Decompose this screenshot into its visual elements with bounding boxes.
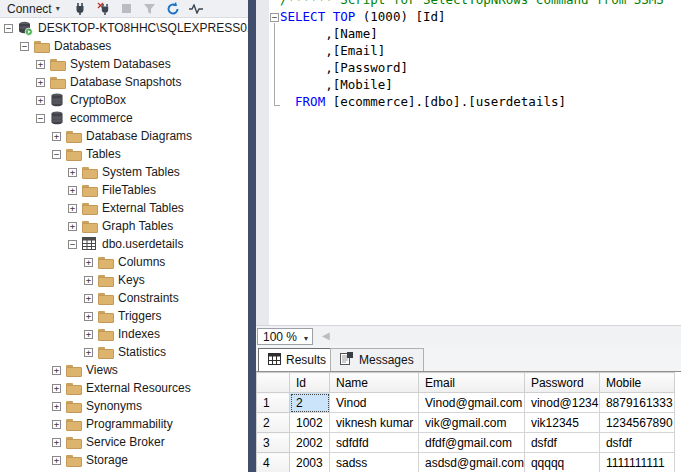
grid-row-header[interactable]: 4 — [257, 453, 290, 472]
connect-plug-icon[interactable] — [74, 2, 88, 16]
tree-item-constraints[interactable]: +Constraints — [0, 289, 248, 307]
results-grid[interactable]: IdNameEmailPasswordMobile12VinodVinod@gm… — [256, 371, 681, 472]
grid-cell[interactable]: Vinod — [330, 393, 419, 413]
tree-item-indexes[interactable]: +Indexes — [0, 325, 248, 343]
tree-item-database-snapshots[interactable]: +Database Snapshots — [0, 73, 248, 91]
sql-code[interactable]: /****** Script for SelectTopNRows comman… — [280, 0, 681, 110]
grid-cell[interactable]: dsfdf — [524, 433, 599, 453]
tree-item-dbo-userdetails[interactable]: −dbo.userdetails — [0, 235, 248, 253]
grid-cell[interactable]: viknesh kumar — [330, 413, 419, 433]
grid-cell[interactable]: vik12345 — [524, 413, 599, 433]
tree-item-views[interactable]: +Views — [0, 361, 248, 379]
grid-cell[interactable]: vik@gmail.com — [419, 413, 525, 433]
sql-code-line[interactable]: ,[Mobile] — [280, 76, 681, 93]
fold-collapse-toggle-icon[interactable]: − — [270, 13, 279, 22]
expand-toggle-icon[interactable]: + — [52, 384, 61, 393]
collapse-toggle-icon[interactable]: − — [52, 150, 61, 159]
sql-editor[interactable]: /****** Script for SelectTopNRows comman… — [256, 0, 681, 325]
tree-item-synonyms[interactable]: +Synonyms — [0, 397, 248, 415]
tree-item-graph-tables[interactable]: +Graph Tables — [0, 217, 248, 235]
sql-code-line[interactable]: SELECT TOP (1000) [Id] — [280, 8, 681, 25]
grid-row-header[interactable]: 2 — [257, 413, 290, 433]
grid-cell[interactable]: 2003 — [290, 453, 330, 472]
scrollbar-left-arrow-icon[interactable]: ◀ — [322, 330, 330, 341]
disconnect-plug-icon[interactable] — [97, 2, 111, 16]
grid-cell[interactable]: 1111111111 — [599, 453, 674, 472]
expand-toggle-icon[interactable]: + — [68, 222, 77, 231]
expand-toggle-icon[interactable]: + — [52, 456, 61, 465]
grid-cell-selected[interactable]: 2 — [290, 393, 330, 413]
activity-monitor-icon[interactable] — [189, 2, 203, 16]
panel-splitter[interactable] — [248, 0, 256, 472]
tree-item-desktop-kto8hhc-sqlexpress01-s[interactable]: −DESKTOP-KTO8HHC\SQLEXPRESS01 (S — [0, 19, 248, 37]
expand-toggle-icon[interactable]: + — [68, 204, 77, 213]
tree-item-external-tables[interactable]: +External Tables — [0, 199, 248, 217]
refresh-icon[interactable] — [166, 2, 180, 16]
tree-item-columns[interactable]: +Columns — [0, 253, 248, 271]
tree-item-tables[interactable]: −Tables — [0, 145, 248, 163]
collapse-toggle-icon[interactable]: − — [68, 240, 77, 249]
grid-cell[interactable]: 2002 — [290, 433, 330, 453]
expand-toggle-icon[interactable]: + — [68, 168, 77, 177]
sql-code-line[interactable]: /****** Script for SelectTopNRows comman… — [280, 0, 681, 8]
grid-column-header-email[interactable]: Email — [419, 373, 525, 393]
expand-toggle-icon[interactable]: + — [84, 348, 93, 357]
tree-item-statistics[interactable]: +Statistics — [0, 343, 248, 361]
grid-cell[interactable]: 8879161333 — [599, 393, 674, 413]
grid-cell[interactable]: qqqqq — [524, 453, 599, 472]
tree-item-system-tables[interactable]: +System Tables — [0, 163, 248, 181]
tree-item-database-diagrams[interactable]: +Database Diagrams — [0, 127, 248, 145]
grid-cell[interactable]: asdsd@gmail.com — [419, 453, 525, 472]
grid-cell[interactable]: dsfdf — [599, 433, 674, 453]
tree-item-service-broker[interactable]: +Service Broker — [0, 433, 248, 451]
expand-toggle-icon[interactable]: + — [52, 402, 61, 411]
tree-item-cryptobox[interactable]: +CryptoBox — [0, 91, 248, 109]
expand-toggle-icon[interactable]: + — [36, 96, 45, 105]
tree-item-ecommerce[interactable]: −ecommerce — [0, 109, 248, 127]
sql-code-line[interactable]: ,[Name] — [280, 25, 681, 42]
tree-item-filetables[interactable]: +FileTables — [0, 181, 248, 199]
sql-code-line[interactable]: FROM [ecommerce].[dbo].[userdetails] — [280, 93, 681, 110]
tab-results[interactable]: Results — [258, 348, 336, 371]
grid-column-header-id[interactable]: Id — [290, 373, 330, 393]
expand-toggle-icon[interactable]: + — [52, 420, 61, 429]
collapse-toggle-icon[interactable]: − — [20, 42, 29, 51]
tree-item-system-databases[interactable]: +System Databases — [0, 55, 248, 73]
grid-cell[interactable]: 1234567890 — [599, 413, 674, 433]
tab-messages[interactable]: Messages — [330, 348, 424, 371]
expand-toggle-icon[interactable]: + — [36, 78, 45, 87]
zoom-level-select[interactable]: 100 % ▾ — [257, 328, 313, 345]
grid-row-header[interactable]: 3 — [257, 433, 290, 453]
expand-toggle-icon[interactable]: + — [68, 186, 77, 195]
collapse-toggle-icon[interactable]: − — [4, 24, 13, 33]
tree-item-databases[interactable]: −Databases — [0, 37, 248, 55]
expand-toggle-icon[interactable]: + — [84, 294, 93, 303]
expand-toggle-icon[interactable]: + — [52, 132, 61, 141]
tree-item-triggers[interactable]: +Triggers — [0, 307, 248, 325]
expand-toggle-icon[interactable]: + — [84, 258, 93, 267]
connect-button[interactable]: Connect ▾ — [3, 2, 64, 16]
tree-item-storage[interactable]: +Storage — [0, 451, 248, 469]
sql-code-line[interactable]: ,[Email] — [280, 42, 681, 59]
expand-toggle-icon[interactable]: + — [84, 330, 93, 339]
expand-toggle-icon[interactable]: + — [84, 312, 93, 321]
collapse-toggle-icon[interactable]: − — [36, 114, 45, 123]
grid-row-header[interactable]: 1 — [257, 393, 290, 413]
tree-item-programmability[interactable]: +Programmability — [0, 415, 248, 433]
grid-cell[interactable]: sadss — [330, 453, 419, 472]
grid-column-header-password[interactable]: Password — [524, 373, 599, 393]
grid-cell[interactable]: vinod@1234 — [524, 393, 599, 413]
grid-cell[interactable]: dfdf@gmail.com — [419, 433, 525, 453]
sql-code-line[interactable]: ,[Password] — [280, 59, 681, 76]
expand-toggle-icon[interactable]: + — [52, 438, 61, 447]
tree-item-keys[interactable]: +Keys — [0, 271, 248, 289]
grid-corner-header[interactable] — [257, 373, 290, 393]
expand-toggle-icon[interactable]: + — [36, 60, 45, 69]
expand-toggle-icon[interactable]: + — [84, 276, 93, 285]
tree-item-external-resources[interactable]: +External Resources — [0, 379, 248, 397]
grid-cell[interactable]: Vinod@gmail.com — [419, 393, 525, 413]
grid-column-header-mobile[interactable]: Mobile — [599, 373, 674, 393]
grid-cell[interactable]: 1002 — [290, 413, 330, 433]
grid-column-header-name[interactable]: Name — [330, 373, 419, 393]
expand-toggle-icon[interactable]: + — [52, 366, 61, 375]
